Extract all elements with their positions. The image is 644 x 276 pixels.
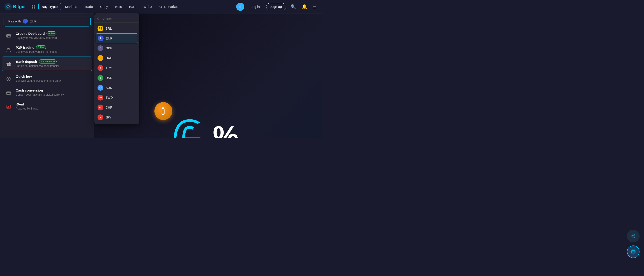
menu-button[interactable]: ☰ (312, 3, 318, 10)
svg-marker-17 (7, 62, 11, 63)
svg-line-26 (99, 19, 100, 20)
p2p-icon (4, 46, 12, 54)
currency-item-uah[interactable]: ₴ UAH (94, 53, 139, 63)
gbp-icon: £ (98, 45, 103, 51)
svg-rect-4 (32, 7, 33, 8)
svg-rect-14 (8, 63, 8, 66)
menu-text-p2p: P2P trading 0 Fee Buy crypto from verifi… (16, 45, 90, 54)
pay-with-label: Pay with (8, 19, 21, 23)
credit-card-icon (4, 32, 12, 40)
menu-text-bank: Bank deposit Recommend Top up fiat balan… (16, 59, 90, 68)
menu-text-quick-buy: Quick buy Buy with card, e-wallet and th… (16, 75, 90, 83)
brl-icon: R$ (98, 26, 103, 31)
left-menu: Pay with € EUR Credit / Debit card 0 Fee… (0, 13, 94, 138)
bitcoin-coin: ₿ (154, 102, 172, 120)
currency-item-try[interactable]: ₺ TRY (94, 63, 139, 73)
ideal-title: iDeal (16, 102, 24, 106)
p2p-badge: 0 Fee (36, 45, 46, 49)
jpy-label: JPY (106, 116, 112, 119)
p2p-title: P2P trading (16, 46, 34, 49)
nav-links: Buy crypto Markets Trade Copy Bots Earn … (38, 3, 236, 10)
chf-icon: Fr. (98, 105, 103, 110)
quick-buy-icon (4, 75, 12, 83)
cash-icon (4, 89, 12, 97)
twd-icon: NT$ (98, 95, 103, 101)
pay-with-currency: EUR (30, 19, 37, 23)
search-button[interactable]: 🔍 (290, 3, 297, 10)
credit-debit-badge: 0 Fee (46, 31, 56, 35)
nav-buy-crypto[interactable]: Buy crypto (38, 3, 61, 10)
menu-item-ideal[interactable]: iD iDeal Powered by Banxa (0, 100, 94, 114)
bank-deposit-badge: Recommend (39, 59, 56, 63)
usd-label: USD (106, 76, 112, 80)
nav-web3[interactable]: Web3 (140, 3, 155, 10)
svg-point-1 (7, 6, 9, 8)
quick-buy-subtitle: Buy with card, e-wallet and third-party (16, 79, 90, 83)
currency-dropdown: R$ BRL € EUR £ GBP ₴ UAH ₺ TRY $ USD (94, 13, 139, 124)
currency-item-aud[interactable]: A$ AUD (94, 83, 139, 93)
currency-item-usd[interactable]: $ USD (94, 73, 139, 83)
currency-item-brl[interactable]: R$ BRL (94, 23, 139, 33)
aud-label: AUD (106, 86, 112, 90)
zero-percent-visual: ₿ 0 % (152, 98, 264, 138)
cash-conversion-subtitle: Convert your fiat cash to digital curren… (16, 93, 90, 97)
grid-icon[interactable] (30, 3, 37, 10)
uah-label: UAH (106, 56, 112, 60)
bank-deposit-title: Bank deposit (16, 60, 37, 63)
svg-text:%: % (213, 120, 239, 138)
login-button[interactable]: Log in (248, 3, 262, 10)
credit-debit-title: Credit / Debit card (16, 32, 45, 35)
nav-earn[interactable]: Earn (126, 3, 140, 10)
currency-item-jpy[interactable]: ¥ JPY (94, 112, 139, 122)
pay-with-header[interactable]: Pay with € EUR (4, 17, 90, 26)
eur-label: EUR (106, 37, 112, 40)
aud-icon: A$ (98, 85, 103, 91)
search-icon (97, 17, 100, 20)
usd-icon: $ (98, 75, 103, 81)
svg-point-7 (239, 5, 241, 8)
logo[interactable]: Bitget (4, 3, 26, 10)
svg-rect-5 (34, 7, 35, 8)
bank-icon (5, 60, 13, 68)
cash-conversion-title: Cash conversion (16, 88, 43, 92)
nav-bots[interactable]: Bots (112, 3, 125, 10)
svg-point-22 (8, 93, 9, 94)
navbar: Bitget Buy crypto Markets Trade Copy Bot… (0, 0, 322, 13)
svg-rect-8 (6, 34, 10, 37)
menu-item-cash-conversion[interactable]: Cash conversion Convert your fiat cash t… (0, 86, 94, 100)
promo-icon[interactable] (236, 3, 244, 11)
credit-debit-subtitle: Buy crypto via VISA or Mastercard (16, 36, 90, 40)
currency-search-input[interactable] (102, 17, 136, 21)
ideal-icon: iD (4, 103, 12, 111)
svg-text:iD: iD (8, 106, 10, 108)
svg-rect-16 (10, 63, 10, 66)
big-zero-display: 0 % (166, 102, 251, 138)
currency-item-twd[interactable]: NT$ TWD (94, 93, 139, 103)
menu-item-credit-debit[interactable]: Credit / Debit card 0 Fee Buy crypto via… (0, 29, 94, 43)
menu-item-p2p[interactable]: P2P trading 0 Fee Buy crypto from verifi… (0, 43, 94, 57)
menu-text-cash: Cash conversion Convert your fiat cash t… (16, 88, 90, 97)
try-label: TRY (106, 66, 112, 70)
nav-markets[interactable]: Markets (62, 3, 80, 10)
menu-item-quick-buy[interactable]: Quick buy Buy with card, e-wallet and th… (0, 72, 94, 86)
try-icon: ₺ (98, 65, 103, 71)
eur-circle-icon: € (23, 19, 28, 23)
currency-item-chf[interactable]: Fr. CHF (94, 103, 139, 112)
signup-button[interactable]: Sign up (266, 3, 286, 10)
currency-item-eur[interactable]: € EUR (96, 33, 138, 43)
svg-rect-3 (34, 5, 35, 6)
svg-point-25 (97, 18, 99, 19)
nav-copy[interactable]: Copy (97, 3, 111, 10)
nav-otc[interactable]: OTC Market (156, 3, 181, 10)
menu-item-bank-deposit[interactable]: Bank deposit Recommend Top up fiat balan… (2, 57, 92, 71)
p2p-subtitle: Buy crypto from verified merchants (16, 50, 90, 54)
main-content: Pay with € EUR Credit / Debit card 0 Fee… (0, 13, 322, 138)
ideal-subtitle: Powered by Banxa (16, 107, 90, 111)
bank-deposit-subtitle: Top up fiat balance via bank transfer (16, 64, 90, 68)
nav-trade[interactable]: Trade (81, 3, 96, 10)
currency-item-gbp[interactable]: £ GBP (94, 43, 139, 53)
dropdown-search-container (94, 15, 139, 23)
chf-label: CHF (106, 106, 112, 109)
quick-buy-title: Quick buy (16, 75, 32, 78)
notifications-button[interactable]: 🔔 (301, 3, 308, 10)
